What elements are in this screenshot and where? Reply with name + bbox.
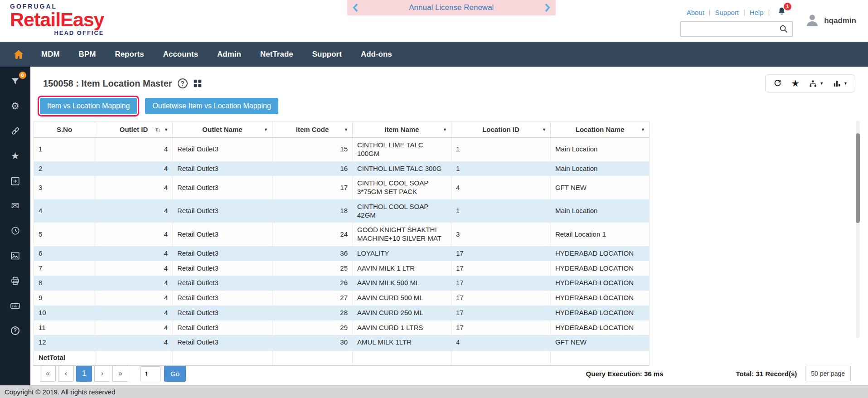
tab-outletwise-item-vs-location-mapping[interactable]: Outletwise Item vs Location Mapping [145, 98, 278, 114]
filter-caret-icon[interactable]: ▼ [264, 127, 268, 132]
goto-page-input[interactable] [141, 366, 160, 381]
table-row[interactable]: 104Retail Outlet328AAVIN CURD 250 ML17HY… [34, 306, 650, 320]
cell-sno: 10 [34, 306, 95, 320]
page-content: 150058 : Item Location Master ? ★ ▼ ▼ [30, 67, 868, 385]
nav-item-support[interactable]: Support [303, 50, 351, 59]
last-page-button[interactable]: » [112, 366, 128, 382]
col-item-name[interactable]: Item Name▼ [353, 121, 451, 138]
refresh-icon[interactable] [773, 79, 782, 88]
col-location-name[interactable]: Location Name▼ [551, 121, 650, 138]
nav-item-mdm[interactable]: MDM [32, 50, 69, 59]
filter-caret-icon[interactable]: ▼ [443, 127, 447, 132]
col-item-code[interactable]: Item Code▼ [272, 121, 353, 138]
col-outlet-id[interactable]: Outlet IDT↓▼ [95, 121, 173, 138]
favorite-star-icon[interactable]: ★ [791, 79, 800, 88]
user-menu[interactable]: hqadmin [805, 12, 856, 29]
scrollbar-thumb[interactable] [856, 133, 860, 223]
col-location-id[interactable]: Location ID▼ [451, 121, 551, 138]
global-search [680, 21, 793, 37]
keyboard-icon[interactable] [10, 300, 21, 311]
net-total-row: NetTotal [34, 350, 650, 366]
net-total-cell [353, 350, 451, 366]
cell-location-name: Retail Location 1 [551, 223, 650, 246]
link-icon[interactable] [10, 126, 21, 136]
table-row[interactable]: 44Retail Outlet318CINTHOL COOL SOAP 42GM… [34, 199, 650, 223]
cell-outlet-name: Retail Outlet3 [173, 291, 272, 306]
support-link[interactable]: Support [715, 9, 739, 16]
prev-page-button[interactable]: ‹ [58, 366, 74, 382]
mail-icon[interactable]: ✉ [10, 200, 21, 211]
home-icon[interactable] [13, 49, 24, 60]
table-row[interactable]: 14Retail Outlet315CINTHOL LIME TALC 100G… [34, 138, 650, 161]
nav-item-admin[interactable]: Admin [208, 50, 251, 59]
top-header: GOFRUGAL RetailEasy HEAD OFFICE Annual L… [0, 0, 868, 42]
filter-caret-icon[interactable]: ▼ [641, 127, 645, 132]
dashboard-grid-icon[interactable] [193, 79, 202, 88]
cell-outlet-id: 4 [95, 261, 173, 276]
table-row[interactable]: 74Retail Outlet325AAVIN MILK 1 LTR17HYDE… [34, 261, 650, 276]
next-page-button[interactable]: › [94, 366, 110, 382]
query-execution-time: Query Execution: 36 ms [586, 370, 664, 378]
table-row[interactable]: 64Retail Outlet336LOYALITY17HYDERABAD LO… [34, 246, 650, 261]
table-row[interactable]: 54Retail Outlet324GOOD KNIGHT SHAKTHI MA… [34, 223, 650, 246]
page-1-button[interactable]: 1 [76, 366, 92, 382]
filter-icon[interactable]: 0 [10, 76, 21, 87]
help-icon[interactable]: ? [10, 325, 21, 336]
table-row[interactable]: 124Retail Outlet330AMUL MILK 1LTR4GFT NE… [34, 335, 650, 350]
cell-item-name: CINTHOL COOL SOAP 42GM [353, 199, 451, 223]
nav-item-addons[interactable]: Add-ons [351, 50, 402, 59]
cell-item-name: AAVIN CURD 250 ML [353, 306, 451, 320]
filter-caret-icon[interactable]: ▼ [542, 127, 546, 132]
page-help-icon[interactable]: ? [178, 78, 188, 88]
table-row[interactable]: 34Retail Outlet317CINTHOL COOL SOAP 3*75… [34, 176, 650, 199]
nav-item-bpm[interactable]: BPM [69, 50, 106, 59]
help-link[interactable]: Help [750, 9, 764, 16]
notification-bell-icon[interactable]: 1 [777, 6, 786, 18]
cell-sno: 11 [34, 320, 95, 335]
nav-item-accounts[interactable]: Accounts [154, 50, 208, 59]
go-button[interactable]: Go [164, 366, 186, 382]
chart-view-icon[interactable]: ▼ [833, 79, 848, 88]
banner-next-icon[interactable] [544, 3, 550, 13]
mapping-tabs: Item vs Location Mapping Outletwise Item… [40, 98, 860, 114]
first-page-button[interactable]: « [40, 366, 56, 382]
about-link[interactable]: About [687, 9, 704, 16]
cell-sno: 3 [34, 176, 95, 199]
main-area: 0 ⚙ ★ ✉ ? 150058 : Item Location Master [0, 67, 868, 385]
search-input[interactable] [681, 25, 777, 33]
cell-item-name: CINTHOL LIME TALC 100GM [353, 138, 451, 161]
filter-caret-icon[interactable]: ▼ [164, 127, 168, 132]
filter-caret-icon[interactable]: ▼ [344, 127, 348, 132]
nav-item-nettrade[interactable]: NetTrade [251, 50, 303, 59]
table-row[interactable]: 84Retail Outlet326AAVIN MILK 500 ML17HYD… [34, 276, 650, 291]
per-page-select[interactable]: 50 per page [805, 366, 851, 381]
favorites-star-icon[interactable]: ★ [10, 150, 21, 161]
nav-item-reports[interactable]: Reports [105, 50, 153, 59]
cell-location-name: GFT NEW [551, 335, 650, 350]
cell-outlet-id: 4 [95, 276, 173, 291]
net-total-label: NetTotal [34, 350, 95, 366]
settings-gear-icon[interactable]: ⚙ [10, 101, 21, 112]
send-icon[interactable] [10, 175, 21, 186]
col-sno[interactable]: S.No [34, 121, 95, 138]
vertical-scrollbar[interactable] [856, 121, 860, 338]
app-logo: GOFRUGAL RetailEasy HEAD OFFICE [0, 0, 104, 42]
banner-prev-icon[interactable] [353, 3, 359, 13]
cell-outlet-name: Retail Outlet3 [173, 335, 272, 350]
cell-location-id: 1 [451, 138, 551, 161]
header-links: About | Support | Help | 1 [687, 6, 787, 18]
cell-location-name: Main Location [551, 199, 650, 223]
print-icon[interactable] [10, 275, 21, 286]
table-row[interactable]: 114Retail Outlet329AAVIN CURD 1 LTRS17HY… [34, 320, 650, 335]
hierarchy-view-icon[interactable]: ▼ [809, 79, 824, 88]
table-row[interactable]: 24Retail Outlet316CINTHOL LIME TALC 300G… [34, 161, 650, 176]
cell-location-id: 4 [451, 335, 551, 350]
table-row[interactable]: 94Retail Outlet327AAVIN CURD 500 ML17HYD… [34, 291, 650, 306]
search-icon[interactable] [777, 24, 792, 34]
clock-icon[interactable] [10, 225, 21, 236]
cell-outlet-name: Retail Outlet3 [173, 246, 272, 261]
tab-item-vs-location-mapping[interactable]: Item vs Location Mapping [40, 98, 137, 114]
col-outlet-name[interactable]: Outlet Name▼ [173, 121, 272, 138]
sort-icon[interactable]: T↓ [155, 127, 160, 132]
image-icon[interactable] [10, 250, 21, 261]
